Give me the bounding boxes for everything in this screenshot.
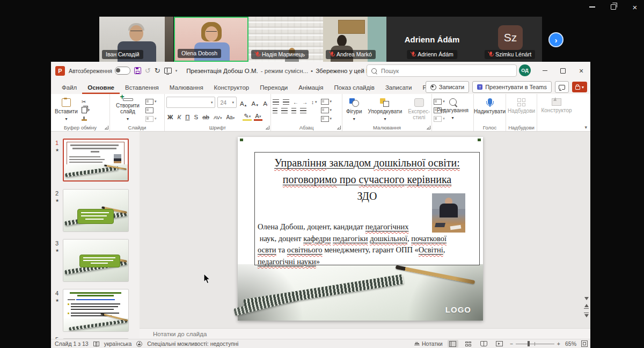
reset-button[interactable] — [145, 107, 157, 113]
editing-button[interactable]: Редагування ▾ — [435, 97, 471, 124]
participant-tile-nadiia[interactable]: Надія Маринець — [248, 17, 323, 62]
current-slide[interactable]: Управління закладом дошкільної освіти:по… — [238, 137, 483, 321]
format-painter-button[interactable] — [82, 115, 90, 122]
zoom-out-button[interactable]: − — [510, 340, 513, 347]
text-shadow-button[interactable]: S — [193, 112, 199, 120]
align-text-button[interactable]: ▾ — [321, 107, 332, 113]
undo-icon[interactable]: ↺ — [145, 67, 151, 74]
slide-thumbnail-2[interactable] — [63, 189, 129, 232]
align-center-button[interactable] — [281, 108, 288, 113]
arrange-button[interactable]: Упорядкувати ▾ — [366, 97, 405, 124]
slide-canvas[interactable]: Управління закладом дошкільної освіти:по… — [140, 132, 590, 329]
scroll-down-icon[interactable] — [584, 297, 589, 300]
spellcheck-icon[interactable] — [93, 342, 99, 346]
tab-transitions[interactable]: Переходи — [254, 82, 293, 94]
cut-button[interactable]: ✂ — [82, 98, 90, 105]
font-name-combo[interactable]: ▾ — [166, 97, 215, 108]
slideshow-view-button[interactable] — [494, 340, 505, 347]
line-spacing-button[interactable]: ↕▾ — [311, 99, 317, 105]
search-box[interactable] — [367, 64, 517, 77]
section-button[interactable]: ▾ — [145, 115, 157, 122]
align-right-button[interactable] — [291, 108, 296, 113]
align-left-button[interactable] — [273, 108, 277, 113]
italic-button[interactable]: К — [176, 112, 182, 120]
slide-text-frame[interactable]: Управління закладом дошкільної освіти:по… — [254, 152, 480, 265]
notes-toggle-button[interactable]: Нотатки — [414, 340, 443, 347]
notes-bar[interactable]: Нотатки до слайда — [140, 328, 590, 339]
collapse-ribbon-icon[interactable]: ▾ — [584, 125, 587, 130]
autosave-toggle[interactable] — [115, 67, 130, 75]
slide-thumbnail-1[interactable] — [63, 139, 129, 182]
increase-indent-button[interactable]: → — [302, 99, 308, 105]
shapes-button[interactable]: Фігури ▾ — [344, 97, 364, 124]
quick-styles-button[interactable]: Експрес-стилі — [406, 97, 432, 124]
ppt-restore-button[interactable] — [554, 62, 572, 79]
tab-insert[interactable]: Вставлення — [120, 82, 164, 94]
highlight-color-button[interactable]: ✎▾ — [243, 111, 252, 121]
participant-tile-adrienn[interactable]: Adrienn Ádám Adrienn Ádám — [386, 17, 478, 62]
redo-icon[interactable]: ↻ — [155, 67, 160, 74]
meeting-restore-button[interactable] — [609, 3, 618, 11]
convert-smartart-button[interactable]: ▾ — [321, 115, 332, 122]
share-button[interactable]: ▾ — [572, 82, 587, 92]
slide-thumbnail-4[interactable] — [63, 289, 129, 332]
next-slide-button[interactable] — [584, 313, 589, 317]
next-participants-button[interactable]: › — [548, 32, 564, 47]
font-size-combo[interactable]: 24▾ — [217, 97, 236, 108]
normal-view-button[interactable] — [448, 340, 458, 347]
dialog-launcher-icon[interactable] — [427, 126, 430, 129]
bullets-button[interactable] — [273, 99, 279, 105]
tab-home[interactable]: Основне — [82, 82, 120, 94]
justify-button[interactable] — [300, 108, 306, 113]
addins-button[interactable]: Надбудови — [506, 97, 537, 124]
record-button[interactable]: Записати — [426, 81, 469, 93]
saved-status[interactable]: Збережено у цей ПК — [316, 68, 374, 74]
slide-thumbnail-3[interactable] — [63, 239, 129, 282]
grow-font-button[interactable]: А▲ — [239, 98, 248, 107]
present-in-teams-button[interactable]: T Презентувати в Teams — [472, 81, 552, 93]
zoom-level[interactable]: 65% — [565, 340, 576, 347]
participant-tile-szimku[interactable]: Sz Szimku Lénárt — [478, 17, 542, 62]
comments-button[interactable] — [555, 81, 569, 93]
zoom-in-button[interactable]: + — [557, 340, 560, 347]
slide-sorter-view-button[interactable] — [463, 340, 474, 347]
strikethrough-button[interactable]: ab — [201, 112, 210, 120]
text-direction-button[interactable]: ▾ — [321, 98, 332, 105]
underline-button[interactable]: П — [184, 112, 191, 120]
fit-to-window-icon[interactable] — [581, 340, 588, 347]
bold-button[interactable]: Ж — [166, 112, 174, 120]
paste-button[interactable]: Вставити ▾ — [53, 97, 80, 124]
meeting-close-button[interactable]: × — [630, 3, 640, 11]
tab-draw[interactable]: Малювання — [164, 82, 209, 94]
font-color-button[interactable]: А▾ — [254, 111, 262, 121]
copy-button[interactable]: ▾ — [82, 107, 90, 113]
numbering-button[interactable] — [283, 99, 289, 105]
character-spacing-button[interactable]: AV▾ — [213, 112, 223, 120]
ppt-close-button[interactable]: × — [572, 62, 590, 79]
tab-slideshow[interactable]: Показ слайдів — [329, 82, 380, 94]
zoom-slider[interactable] — [516, 341, 554, 346]
save-icon[interactable] — [134, 67, 141, 74]
tab-file[interactable]: Файл — [56, 82, 82, 94]
clear-formatting-button[interactable]: А⁄ — [262, 98, 269, 107]
accessibility-status[interactable]: Спеціальні можливості: недоступні — [147, 340, 238, 347]
participant-tile-ivan[interactable]: Іван Силадій — [99, 17, 173, 62]
participant-tile-andrea[interactable]: Andrea Markó — [323, 17, 386, 62]
search-input[interactable] — [380, 67, 489, 75]
start-slideshow-icon[interactable] — [164, 68, 172, 74]
change-case-button[interactable]: Aa▾ — [225, 112, 236, 120]
zoom-slider-thumb[interactable] — [528, 341, 530, 346]
ppt-minimize-button[interactable] — [536, 62, 554, 79]
new-slide-button[interactable]: Створити слайд ▾ — [112, 97, 144, 124]
language-indicator[interactable]: українська — [104, 340, 132, 347]
layout-button[interactable]: ▾ — [145, 98, 157, 105]
shrink-font-button[interactable]: А▼ — [251, 98, 260, 107]
dialog-launcher-icon[interactable] — [105, 126, 108, 129]
user-avatar[interactable]: ОД — [519, 64, 531, 76]
previous-slide-button[interactable] — [584, 304, 589, 309]
designer-button[interactable]: Конструктор — [539, 97, 574, 124]
tab-record[interactable]: Записати — [380, 82, 418, 94]
reading-view-button[interactable] — [479, 340, 489, 347]
meeting-minimize-button[interactable] — [587, 3, 597, 11]
tab-design[interactable]: Конструктор — [209, 82, 255, 94]
